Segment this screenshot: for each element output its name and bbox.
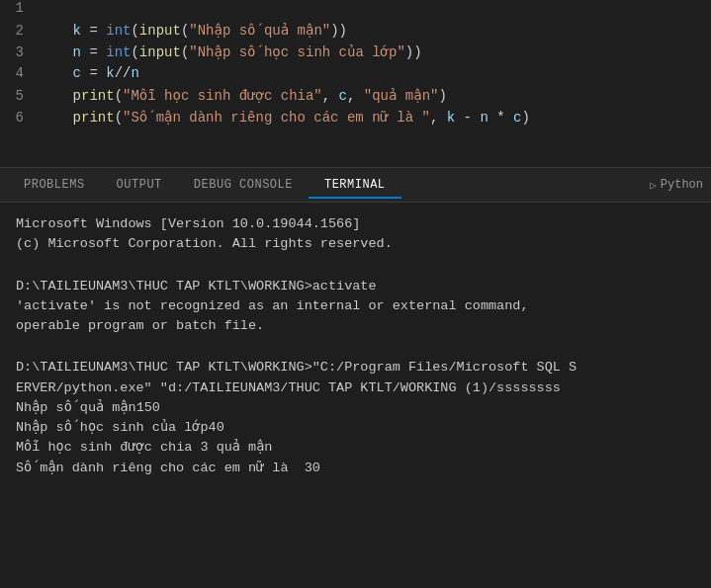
code-content-3: n = int(input("Nhập số học sinh của lớp"…: [40, 43, 711, 60]
terminal-line-8: Nhập số quả mận150: [16, 398, 695, 418]
terminal-line-10: Mỗi học sinh được chia 3 quả mận: [16, 438, 695, 458]
line-number-6: 6: [0, 110, 40, 126]
line-number-3: 3: [0, 44, 40, 60]
terminal-line-5: operable program or batch file.: [16, 316, 695, 336]
code-content-6: print("Số mận dành riêng cho các em nữ l…: [40, 109, 711, 126]
terminal-line-11: Số mận dành riêng cho các em nữ là 30: [16, 459, 695, 478]
terminal-line-4: 'activate' is not recognized as an inter…: [16, 296, 695, 316]
terminal-line-3: D:\TAILIEUNAM3\THUC TAP KTLT\WORKING>act…: [16, 277, 695, 296]
code-content-5: print("Mỗi học sinh được chia", c, "quả …: [40, 87, 711, 104]
tab-debug-console[interactable]: DEBUG CONSOLE: [178, 172, 309, 198]
tab-terminal[interactable]: TERMINAL: [309, 172, 401, 199]
code-line-6: 6 print("Số mận dành riêng cho các em nữ…: [0, 109, 711, 130]
code-content-4: c = k//n: [40, 65, 711, 81]
tab-output[interactable]: OUTPUT: [101, 172, 178, 198]
code-line-3: 3 n = int(input("Nhập số học sinh của lớ…: [0, 43, 711, 65]
run-icon: ▷: [650, 179, 657, 192]
run-python-label[interactable]: ▷ Python: [650, 178, 703, 192]
terminal-blank-2: [16, 336, 695, 358]
terminal-line-9: Nhập số học sinh của lớp40: [16, 418, 695, 438]
python-label: Python: [661, 178, 703, 192]
terminal-blank-1: [16, 255, 695, 277]
code-line-5: 5 print("Mỗi học sinh được chia", c, "qu…: [0, 87, 711, 109]
code-editor: 1 2 k = int(input("Nhập số quả mận")) 3 …: [0, 0, 711, 168]
code-line-2: 2 k = int(input("Nhập số quả mận")): [0, 22, 711, 43]
terminal-line-6: D:\TAILIEUNAM3\THUC TAP KTLT\WORKING>"C:…: [16, 358, 695, 378]
line-number-2: 2: [0, 23, 40, 39]
panel-tab-bar: PROBLEMS OUTPUT DEBUG CONSOLE TERMINAL ▷…: [0, 168, 711, 203]
code-line-4: 4 c = k//n: [0, 65, 711, 87]
terminal-panel[interactable]: Microsoft Windows [Version 10.0.19044.15…: [0, 203, 711, 588]
terminal-line-7: ERVER/python.exe" "d:/TAILIEUNAM3/THUC T…: [16, 378, 695, 398]
code-content-2: k = int(input("Nhập số quả mận")): [40, 22, 711, 39]
terminal-line-2: (c) Microsoft Corporation. All rights re…: [16, 234, 695, 254]
line-number-4: 4: [0, 65, 40, 81]
line-number-5: 5: [0, 88, 40, 104]
code-line-1: 1: [0, 0, 711, 22]
line-number-1: 1: [0, 0, 40, 16]
tab-problems[interactable]: PROBLEMS: [8, 172, 101, 198]
terminal-line-1: Microsoft Windows [Version 10.0.19044.15…: [16, 214, 695, 234]
